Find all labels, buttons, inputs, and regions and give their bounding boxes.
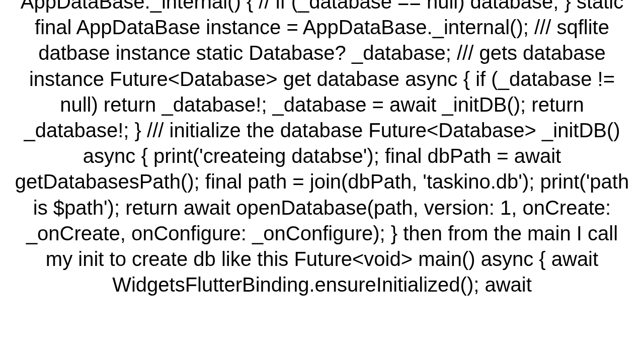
document-content: AppDataBase._internal() { // if (_databa…: [0, 0, 644, 362]
code-text-block: AppDataBase._internal() { // if (_databa…: [10, 0, 634, 298]
